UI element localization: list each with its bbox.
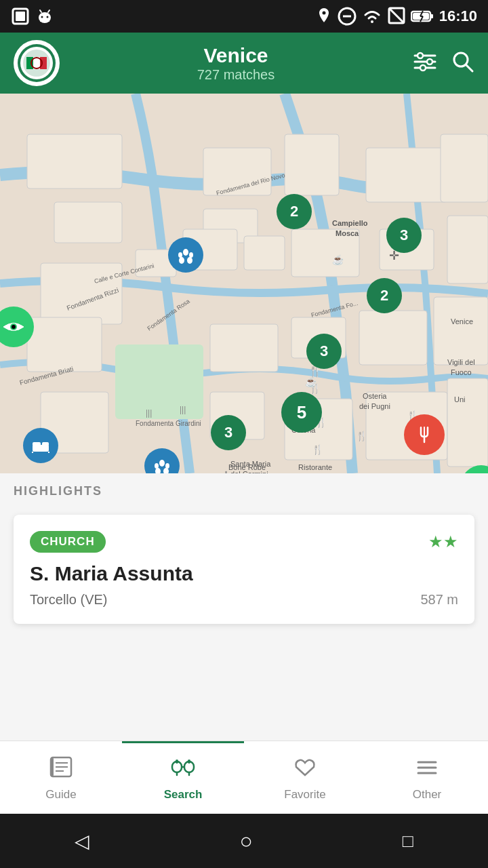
card-location: Torcello (VE) <box>30 592 107 608</box>
nav-item-guide[interactable]: Guide <box>0 741 122 814</box>
svg-text:Venice: Venice <box>451 317 473 326</box>
map-pin-2b[interactable]: 2 <box>367 278 402 313</box>
header-actions <box>412 50 474 76</box>
svg-rect-14 <box>430 14 433 18</box>
svg-text:|||: ||| <box>180 405 186 414</box>
svg-point-115 <box>159 460 165 467</box>
svg-point-31 <box>420 65 426 71</box>
nav-item-favorite[interactable]: Favorite <box>244 741 366 814</box>
nav-search-label: Search <box>164 788 203 802</box>
svg-rect-59 <box>447 378 488 467</box>
card-distance: 587 m <box>420 592 458 608</box>
bottom-navigation: Guide Search Favorite <box>0 741 488 814</box>
svg-point-8 <box>322 12 325 15</box>
nav-item-other[interactable]: Other <box>366 741 488 814</box>
svg-text:Fuoco: Fuoco <box>451 368 472 376</box>
status-bar: 16:10 <box>0 0 488 33</box>
svg-rect-53 <box>359 311 427 365</box>
menu-icon <box>415 756 439 784</box>
signal-icon <box>388 7 405 26</box>
heart-icon <box>293 756 317 784</box>
svg-line-12 <box>389 8 404 23</box>
svg-point-7 <box>47 16 49 18</box>
card-category-tag: CHURCH <box>30 531 106 553</box>
svg-rect-1 <box>16 12 25 21</box>
map-pin-3b[interactable]: 3 <box>306 334 342 369</box>
svg-point-98 <box>187 257 192 264</box>
svg-point-113 <box>155 463 159 469</box>
map-pin-3a[interactable]: 3 <box>386 218 422 253</box>
svg-rect-48 <box>447 216 488 283</box>
svg-rect-108 <box>42 442 49 446</box>
highlights-section: HIGHLIGHTS <box>0 473 488 504</box>
svg-rect-24 <box>40 57 47 69</box>
match-count: 727 matches <box>60 67 412 83</box>
svg-rect-45 <box>244 236 285 270</box>
svg-text:Fondamenta Girardini: Fondamenta Girardini <box>136 420 201 427</box>
app-logo[interactable] <box>14 40 60 86</box>
android-icon <box>35 7 54 26</box>
svg-text:☕: ☕ <box>305 376 317 388</box>
map-pin-footprint1[interactable] <box>168 237 203 273</box>
svg-text:Mosca: Mosca <box>336 229 359 237</box>
svg-text:|||: ||| <box>146 408 152 418</box>
svg-text:Ristorante: Ristorante <box>298 463 332 471</box>
svg-rect-107 <box>33 442 41 446</box>
map-pin-restaurant[interactable] <box>404 414 445 455</box>
card-place-name: S. Maria Assunta <box>30 562 458 585</box>
wifi-icon <box>362 7 382 26</box>
svg-rect-36 <box>54 202 122 243</box>
map-pin-3c[interactable]: 3 <box>211 415 246 450</box>
place-card[interactable]: CHURCH ★★ S. Maria Assunta Torcello (VE)… <box>14 515 474 624</box>
svg-point-114 <box>165 463 169 469</box>
svg-rect-49 <box>115 344 203 419</box>
map-pin-2a[interactable]: 2 <box>277 194 312 229</box>
svg-point-100 <box>189 252 193 258</box>
nav-item-search[interactable]: Search <box>122 741 244 814</box>
svg-rect-22 <box>26 57 33 69</box>
location-icon <box>316 7 332 26</box>
search-button[interactable] <box>451 50 474 76</box>
svg-point-6 <box>41 16 43 18</box>
map-pin-5[interactable]: 5 <box>281 392 322 433</box>
nav-guide-label: Guide <box>45 788 76 802</box>
time-display: 16:10 <box>439 7 477 25</box>
city-title: Venice <box>60 44 412 67</box>
svg-text:🍴: 🍴 <box>312 444 324 456</box>
svg-point-97 <box>179 257 184 264</box>
svg-line-4 <box>40 10 41 12</box>
highlights-label: HIGHLIGHTS <box>14 484 102 498</box>
nav-other-label: Other <box>413 788 442 802</box>
svg-rect-121 <box>51 757 54 776</box>
header-center: Venice 727 matches <box>60 44 412 83</box>
card-rating: ★★ <box>428 532 458 551</box>
square-icon <box>11 7 30 26</box>
svg-text:🍴: 🍴 <box>356 431 368 442</box>
svg-line-5 <box>48 10 49 12</box>
app-header: Venice 727 matches <box>0 33 488 94</box>
svg-rect-131 <box>188 760 190 764</box>
home-button[interactable]: ○ <box>239 829 252 854</box>
filter-button[interactable] <box>412 50 438 76</box>
svg-text:Uni: Uni <box>454 395 466 403</box>
svg-point-99 <box>178 252 182 258</box>
status-icons-right: 16:10 <box>316 7 477 26</box>
svg-line-33 <box>466 65 472 71</box>
svg-rect-51 <box>210 324 278 372</box>
svg-rect-54 <box>434 297 488 365</box>
minus-circle-icon <box>338 7 357 26</box>
battery-icon <box>411 7 434 26</box>
svg-rect-39 <box>285 134 339 195</box>
recents-button[interactable]: □ <box>403 831 413 852</box>
svg-text:Bone Röbe: Bone Röbe <box>228 463 266 471</box>
back-button[interactable]: ◁ <box>75 830 89 852</box>
svg-text:Vigili del: Vigili del <box>447 358 475 366</box>
status-icons-left <box>11 7 54 26</box>
svg-point-112 <box>163 468 169 473</box>
map-container[interactable]: Fondamenta Rizzi Fondamenta Briati Fonda… <box>0 94 488 473</box>
svg-point-101 <box>183 249 188 256</box>
svg-text:dei Pugni: dei Pugni <box>359 402 390 410</box>
svg-rect-3 <box>40 18 49 22</box>
svg-point-111 <box>155 468 161 473</box>
map-pin-hotel[interactable] <box>23 428 58 463</box>
